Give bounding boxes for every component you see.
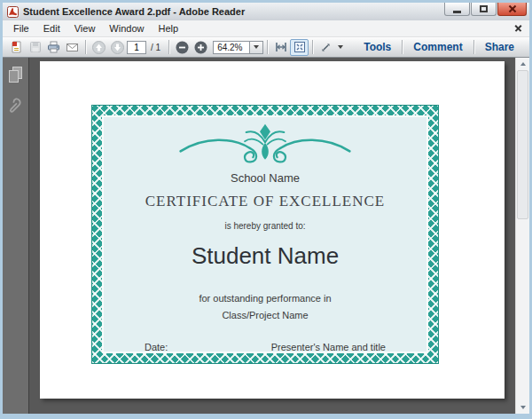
maximize-icon <box>480 5 488 12</box>
menu-edit[interactable]: Edit <box>36 21 67 36</box>
school-name-text: School Name <box>104 171 426 185</box>
pages-panel-icon[interactable] <box>7 66 24 83</box>
zoom-in-icon <box>193 40 208 55</box>
previous-page-button[interactable] <box>90 39 108 56</box>
previous-page-icon <box>91 40 106 55</box>
presenter-label: Presenter's Name and title <box>271 342 386 352</box>
email-icon <box>65 40 80 54</box>
scroll-up-button[interactable] <box>516 58 529 70</box>
open-file-button[interactable] <box>7 39 26 56</box>
menu-file[interactable]: File <box>6 21 36 36</box>
certificate-body: School Name CERTIFICATE OF EXCELLENCE is… <box>102 115 428 353</box>
vertical-scrollbar[interactable] <box>515 58 529 414</box>
certificate-border: School Name CERTIFICATE OF EXCELLENCE is… <box>91 105 439 364</box>
chevron-down-icon <box>254 45 259 49</box>
toolbar-right-panel: Tools Comment Share <box>353 40 525 54</box>
share-button[interactable]: Share <box>474 41 525 53</box>
close-icon <box>508 4 517 13</box>
page-number-input[interactable] <box>127 41 146 54</box>
document-canvas[interactable]: School Name CERTIFICATE OF EXCELLENCE is… <box>29 58 515 414</box>
zoom-dropdown-button[interactable] <box>250 41 263 54</box>
scrollbar-track[interactable] <box>516 70 529 401</box>
zoom-out-icon <box>175 40 190 55</box>
fit-width-button[interactable] <box>271 39 290 56</box>
email-button[interactable] <box>63 39 82 56</box>
next-page-button[interactable] <box>108 39 127 56</box>
adobe-reader-logo-icon <box>7 6 19 18</box>
close-button[interactable] <box>497 3 527 16</box>
fit-width-icon <box>274 40 288 54</box>
minimize-button[interactable] <box>444 3 470 16</box>
page-count-label: / 1 <box>151 43 160 52</box>
close-document-icon[interactable] <box>514 25 522 33</box>
window-controls <box>443 3 527 16</box>
student-name-text: Student Name <box>104 242 426 270</box>
save-icon <box>28 40 43 54</box>
granted-line-text: is hereby granted to: <box>104 221 426 231</box>
menu-view[interactable]: View <box>67 21 103 36</box>
menubar: File Edit View Window Help <box>3 20 529 37</box>
workspace: School Name CERTIFICATE OF EXCELLENCE is… <box>3 58 529 414</box>
maximize-button[interactable] <box>471 3 497 16</box>
adobe-reader-window: Student Excellence Award 2.pdf - Adobe R… <box>0 0 532 419</box>
certificate-footer: Date: Presenter's Name and title <box>104 342 426 352</box>
certificate-title-text: CERTIFICATE OF EXCELLENCE <box>104 193 426 210</box>
class-project-line-text: Class/Project Name <box>104 310 426 320</box>
zoom-level-value[interactable]: 64.2% <box>213 41 250 54</box>
window-title: Student Excellence Award 2.pdf - Adobe R… <box>23 6 443 17</box>
zoom-out-button[interactable] <box>173 39 192 56</box>
titlebar: Student Excellence Award 2.pdf - Adobe R… <box>3 3 529 20</box>
fit-page-button[interactable] <box>290 39 309 56</box>
date-label: Date: <box>145 342 168 352</box>
zoom-in-button[interactable] <box>192 39 210 56</box>
reading-mode-button[interactable] <box>317 39 335 56</box>
pdf-page: School Name CERTIFICATE OF EXCELLENCE is… <box>40 61 505 399</box>
toolbar-separator <box>312 40 313 54</box>
performance-line-text: for outstanding performance in <box>104 293 426 304</box>
toolbar-separator <box>85 40 86 54</box>
print-button[interactable] <box>44 39 63 56</box>
tools-button[interactable]: Tools <box>353 41 402 53</box>
save-button[interactable] <box>26 39 44 56</box>
arrow-up-icon <box>520 62 526 66</box>
scroll-down-button[interactable] <box>516 401 529 414</box>
reading-mode-icon <box>319 41 332 54</box>
paperclip-icon[interactable] <box>7 96 25 119</box>
toolbar: / 1 64.2% <box>3 37 529 58</box>
print-icon <box>46 40 61 54</box>
fit-page-icon <box>293 40 307 54</box>
next-page-icon <box>110 40 125 55</box>
minimize-icon <box>453 11 461 13</box>
flourish-ornament-icon <box>174 123 356 163</box>
chevron-down-icon[interactable] <box>338 45 343 49</box>
toolbar-separator <box>168 40 169 54</box>
navigation-pane <box>3 58 29 414</box>
open-file-icon <box>10 40 24 54</box>
scrollbar-thumb[interactable] <box>517 70 528 219</box>
toolbar-separator <box>267 40 268 54</box>
arrow-down-icon <box>520 406 526 409</box>
menu-help[interactable]: Help <box>151 21 185 36</box>
comment-button[interactable]: Comment <box>403 41 473 53</box>
menu-window[interactable]: Window <box>102 21 151 36</box>
